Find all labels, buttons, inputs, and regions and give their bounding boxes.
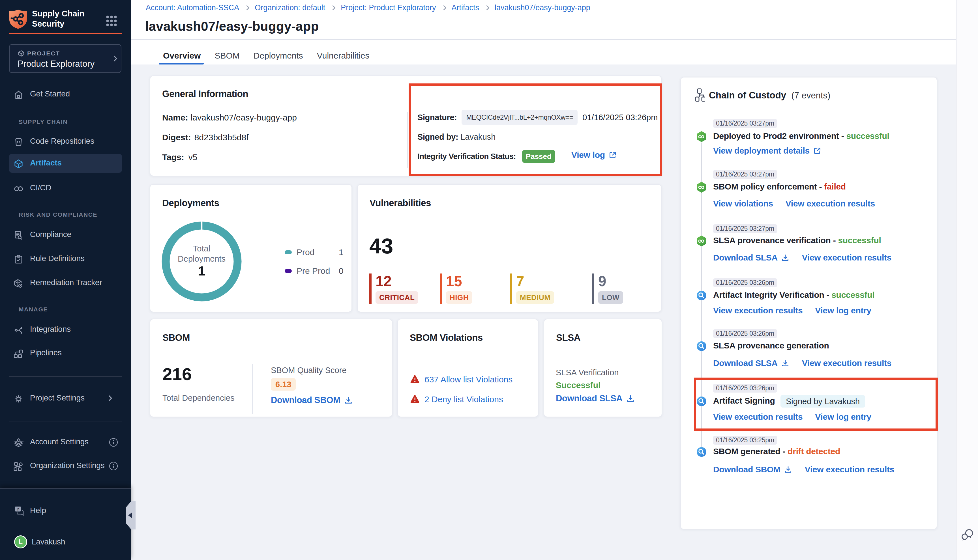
svg-text:?: ? bbox=[17, 507, 19, 512]
